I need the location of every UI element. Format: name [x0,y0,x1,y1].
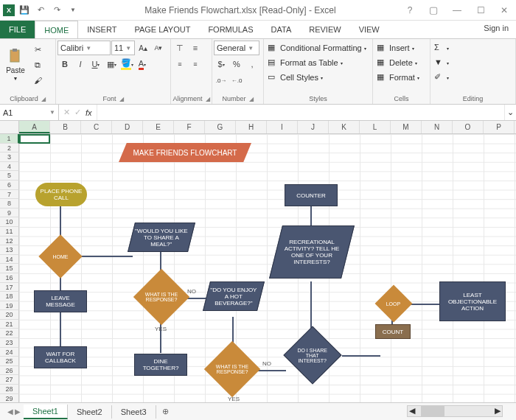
shape-loop[interactable]: LOOP [375,285,413,323]
row-header[interactable]: 26 [0,366,19,376]
increase-font-button[interactable]: A▴ [136,41,150,55]
minimize-icon[interactable]: — [448,3,466,18]
fx-icon[interactable]: fx [86,108,92,117]
autosum-button[interactable]: Σ▾ [432,41,451,55]
number-format-select[interactable]: General▼ [214,41,259,55]
delete-cells-button[interactable]: ▦Delete▾ [374,55,419,70]
row-header[interactable]: 4 [0,162,19,172]
column-header[interactable]: A [19,121,50,133]
shape-start[interactable]: PLACE PHONE CALL [35,183,87,206]
decrease-font-button[interactable]: A▾ [151,41,166,55]
row-header[interactable]: 18 [0,292,19,301]
insert-cells-button[interactable]: ▦Insert▾ [374,41,416,55]
prev-sheet-icon[interactable]: ◀ [7,407,13,416]
qat-dropdown-icon[interactable]: ▼ [66,4,80,17]
row-header[interactable]: 24 [0,348,19,357]
column-header[interactable]: M [391,121,422,133]
row-header[interactable]: 8 [0,199,19,209]
shape-response1[interactable]: WHAT IS THE RESPONSE? [133,269,189,325]
increase-decimal-button[interactable]: .0→ [214,73,229,88]
column-header[interactable]: F [174,121,205,133]
shape-response2[interactable]: WHAT IS THE RESPONSE? [204,341,260,397]
font-size-select[interactable]: 11▼ [111,41,135,55]
shape-leave[interactable]: LEAVE MESSAGE [34,290,87,312]
column-header[interactable]: J [298,121,329,133]
font-name-select[interactable]: Calibri▼ [57,41,111,55]
tab-formulas[interactable]: FORMULAS [199,21,262,38]
tab-file[interactable]: FILE [0,21,35,38]
column-header[interactable]: K [329,121,360,133]
row-header[interactable]: 28 [0,385,19,394]
align-middle-button[interactable]: ≡ [188,41,203,55]
tab-view[interactable]: VIEW [350,21,388,38]
launcher-icon[interactable]: ◢ [119,96,124,102]
row-header[interactable]: 21 [0,320,19,329]
select-all-corner[interactable] [0,121,19,133]
undo-icon[interactable]: ↶ [34,4,47,17]
row-header[interactable]: 1 [0,134,19,144]
format-painter-button[interactable]: 🖌 [30,73,45,88]
shape-count[interactable]: COUNT [375,324,411,339]
format-as-table-button[interactable]: ▤Format as Table▾ [265,55,345,70]
column-header[interactable]: H [236,121,267,133]
name-box[interactable]: A1▼ [0,105,59,120]
row-header[interactable]: 22 [0,329,19,338]
save-icon[interactable]: 💾 [18,4,31,17]
row-header[interactable]: 10 [0,217,19,227]
tab-data[interactable]: DATA [262,21,301,38]
tab-pagelayout[interactable]: PAGE LAYOUT [125,21,199,38]
decrease-decimal-button[interactable]: ←.0 [229,73,244,88]
column-header[interactable]: L [360,121,391,133]
column-header[interactable]: N [422,121,453,133]
next-sheet-icon[interactable]: ▶ [15,407,21,416]
shape-home[interactable]: HOME [38,234,82,278]
column-header[interactable]: D [112,121,143,133]
format-cells-button[interactable]: ▦Format▾ [374,70,422,85]
row-header[interactable]: 29 [0,394,19,402]
row-header[interactable]: 3 [0,153,19,162]
shape-dine[interactable]: DINE TOGETHER? [134,354,187,376]
shape-least[interactable]: LEAST OBJECTIONABLE ACTION [439,281,506,321]
tab-home[interactable]: HOME [35,21,78,38]
tab-review[interactable]: REVIEW [300,21,349,38]
enter-fx-icon[interactable]: ✓ [74,108,81,117]
ribbon-options-icon[interactable]: ▢ [425,3,442,18]
help-icon[interactable]: ? [401,3,419,18]
font-color-button[interactable]: A▾ [135,57,150,71]
redo-icon[interactable]: ↷ [50,4,63,17]
align-left-button[interactable]: ≡ [172,57,187,71]
launcher-icon[interactable]: ◢ [206,96,210,102]
conditional-formatting-button[interactable]: ▦Conditional Formatting▾ [265,41,369,55]
comma-button[interactable]: , [245,57,259,71]
align-top-button[interactable]: ⊤ [172,41,187,55]
maximize-icon[interactable]: ☐ [472,3,489,18]
bold-button[interactable]: B [57,57,72,71]
launcher-icon[interactable]: ◢ [41,96,46,102]
row-header[interactable]: 20 [0,310,19,320]
launcher-icon[interactable]: ◢ [249,96,254,102]
shape-recreational[interactable]: RECREATIONAL ACTIVITY? TELL HE ONE OF YO… [269,225,355,279]
sheet-tab-3[interactable]: Sheet3 [112,405,156,419]
row-header[interactable]: 23 [0,338,19,348]
column-header[interactable]: E [143,121,174,133]
row-header[interactable]: 15 [0,264,19,273]
column-header[interactable]: B [50,121,81,133]
percent-button[interactable]: % [229,57,244,71]
horizontal-scrollbar[interactable]: ◀▶ [407,405,503,417]
sheet-tab-2[interactable]: Sheet2 [68,405,112,419]
fill-color-button[interactable]: 🪣▾ [119,57,134,71]
row-header[interactable]: 5 [0,171,19,181]
sheet-tab-1[interactable]: Sheet1 [24,405,68,419]
close-icon[interactable]: ✕ [495,3,513,18]
column-header[interactable]: C [81,121,112,133]
fill-button[interactable]: ▼▾ [432,55,451,70]
row-header[interactable]: 9 [0,209,19,218]
cell-styles-button[interactable]: ▭Cell Styles▾ [265,70,325,85]
row-header[interactable]: 25 [0,357,19,366]
formula-input[interactable] [97,105,504,120]
row-header[interactable]: 7 [0,190,19,200]
column-header[interactable]: G [205,121,236,133]
add-sheet-button[interactable]: ⊕ [156,407,175,416]
shape-share[interactable]: DO I SHARE THAT INTEREST? [283,326,341,384]
shape-meal[interactable]: "WOULD YOU LIKE TO SHARE A MEAL?" [128,223,195,252]
